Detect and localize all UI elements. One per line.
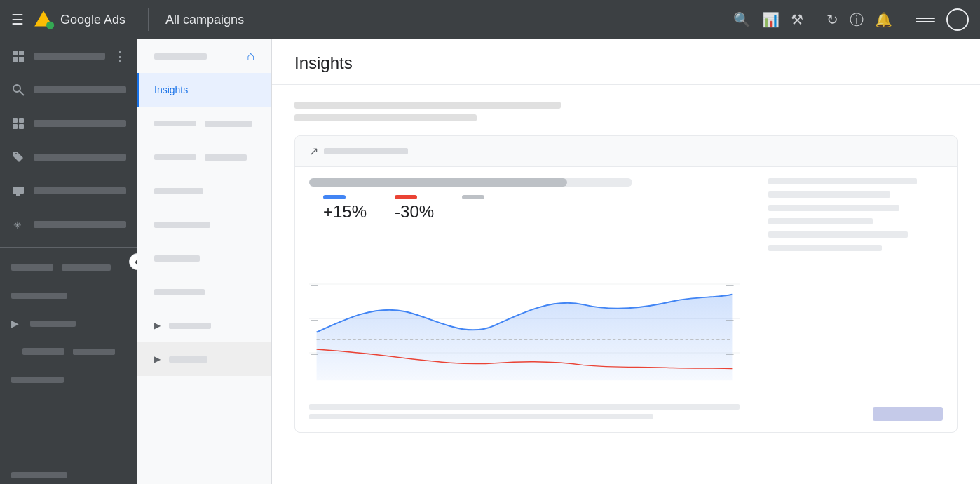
chart-inner: +15% -30%: [295, 167, 754, 244]
notifications-icon[interactable]: 🔔: [875, 11, 892, 28]
sidebar-nav-1[interactable]: [0, 253, 137, 281]
center-nav-item6[interactable]: [137, 208, 271, 241]
right-line-5: [768, 231, 908, 238]
svg-rect-5: [13, 57, 18, 62]
top-navigation: ☰ Google Ads All campaigns 🔍 📊 ⚒ ↻ ⓘ 🔔: [0, 0, 980, 39]
sidebar-snowflake-item[interactable]: ✳: [0, 208, 137, 241]
sidebar-nav-label-2: [11, 293, 67, 299]
metric-3: [462, 195, 484, 222]
reports-icon[interactable]: 📊: [762, 11, 780, 28]
snowflake-nav-icon: ✳: [11, 217, 25, 231]
left-sidebar: ⋮ ✳: [0, 39, 137, 484]
main-layout: ⋮ ✳: [0, 39, 980, 484]
expand-icon-10: ▶: [154, 354, 161, 364]
center-nav-item7[interactable]: [137, 241, 271, 275]
sidebar-divider: [0, 247, 137, 248]
center-nav-label-4: [205, 154, 247, 161]
sidebar-nav-2[interactable]: [0, 281, 137, 309]
center-nav-item10[interactable]: ▶: [137, 342, 271, 376]
right-line-6: [768, 245, 882, 251]
center-nav-item9[interactable]: ▶: [137, 309, 271, 342]
desc-line-2: [294, 114, 477, 121]
right-line-4: [768, 218, 873, 224]
svg-rect-11: [13, 124, 18, 129]
center-nav-label-8: [154, 289, 205, 295]
progress-bar-fill: [309, 178, 567, 187]
google-ads-logo: [32, 8, 55, 31]
sidebar-nav-label-4: [73, 349, 115, 355]
top-divider: [815, 10, 815, 29]
metric-1-legend: [323, 195, 346, 199]
tools-icon[interactable]: ⚒: [791, 11, 803, 28]
metric-2-value: -30%: [395, 202, 434, 222]
right-line-1: [768, 178, 917, 184]
sidebar-tag-item[interactable]: [0, 140, 137, 174]
chart-bottom-labels: [295, 398, 754, 432]
overview-label: [154, 53, 207, 60]
progress-bar-area: [309, 178, 740, 187]
center-nav-label-3: [205, 121, 252, 127]
top-divider-2: [904, 10, 904, 29]
center-nav-label-5: [154, 188, 203, 194]
metric-1: +15%: [323, 195, 367, 222]
center-nav-item5[interactable]: [137, 174, 271, 208]
refresh-icon[interactable]: ↻: [826, 11, 838, 28]
sidebar-nav-label-3: [30, 321, 76, 327]
svg-text:—: —: [311, 316, 318, 323]
x-label-line-2: [309, 414, 653, 419]
user-avatar[interactable]: [946, 8, 969, 31]
center-nav-overview[interactable]: ⌂: [137, 39, 271, 73]
center-nav-item8[interactable]: [137, 275, 271, 309]
top-right-actions: 🔍 📊 ⚒ ↻ ⓘ 🔔: [733, 8, 969, 31]
home-icon: ⌂: [247, 49, 254, 64]
sidebar-display-item[interactable]: [0, 174, 137, 208]
area-chart: — — — — — —: [295, 244, 754, 398]
metrics-row: +15% -30%: [309, 195, 740, 222]
right-cta-button[interactable]: [873, 407, 943, 421]
svg-text:—: —: [311, 350, 318, 358]
center-nav-insights[interactable]: Insights: [137, 73, 271, 107]
svg-rect-9: [13, 118, 18, 123]
sidebar-search-item[interactable]: [0, 73, 137, 107]
expand-icon-3: ▶: [11, 318, 19, 329]
sidebar-nav-4[interactable]: [0, 337, 137, 365]
sidebar-nav-3[interactable]: ▶: [0, 309, 137, 337]
progress-bar-bg: [309, 178, 632, 187]
sidebar-nav-label-5: [11, 377, 64, 383]
svg-rect-4: [19, 51, 24, 55]
chart-header-label: [324, 148, 408, 154]
sidebar-nav-label-1: [62, 264, 111, 271]
desc-line-1: [294, 102, 561, 109]
metric-2: -30%: [395, 195, 434, 222]
svg-point-7: [13, 85, 20, 92]
chart-svg: — — — — — —: [309, 250, 740, 387]
sidebar-all-campaigns[interactable]: ⋮: [0, 39, 137, 73]
x-label-line-1: [309, 404, 740, 410]
metric-1-value: +15%: [323, 202, 367, 222]
insights-body: ↗: [272, 85, 980, 484]
center-nav-item4[interactable]: [137, 140, 271, 174]
sidebar-grid-item[interactable]: [0, 107, 137, 140]
user-line-2: [916, 21, 935, 22]
user-account-lines: [916, 18, 935, 22]
all-campaigns-label: [34, 53, 105, 60]
search-icon[interactable]: 🔍: [733, 11, 751, 28]
trend-icon: ↗: [309, 144, 318, 158]
svg-line-8: [20, 91, 24, 95]
more-options-icon[interactable]: ⋮: [114, 48, 126, 64]
center-nav-label-6: [154, 222, 210, 228]
sidebar-display-label: [34, 187, 126, 194]
logo-area: Google Ads: [32, 8, 125, 31]
hamburger-menu[interactable]: ☰: [11, 11, 24, 28]
center-nav-item3[interactable]: [137, 107, 271, 140]
metric-3-legend: [462, 195, 484, 199]
help-icon[interactable]: ⓘ: [850, 11, 864, 29]
center-navigation: ⌂ Insights ▶ ▶: [137, 39, 272, 484]
chart-card-body: +15% -30%: [295, 167, 957, 432]
app-title: Google Ads: [60, 13, 125, 27]
tag-nav-icon: [11, 150, 25, 164]
center-nav-label-9: [169, 323, 211, 329]
main-content: Insights ↗: [272, 39, 980, 484]
sidebar-nav-5[interactable]: [0, 365, 137, 394]
svg-text:—: —: [311, 281, 318, 289]
